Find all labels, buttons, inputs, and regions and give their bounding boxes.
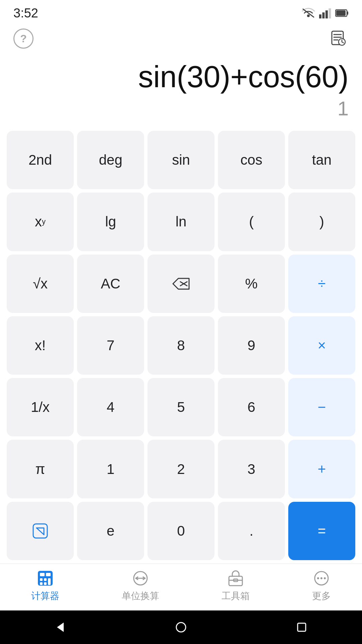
key-row-3: √x AC % ÷ (7, 255, 355, 313)
nav-unit-label: 单位换算 (122, 590, 159, 602)
svg-rect-6 (347, 11, 348, 15)
svg-point-37 (176, 623, 186, 632)
key-add[interactable]: + (288, 440, 355, 498)
key-cos[interactable]: cos (218, 131, 285, 189)
key-7[interactable]: 7 (77, 316, 144, 375)
calculator-icon (36, 569, 55, 588)
svg-rect-1 (319, 14, 321, 18)
key-ln[interactable]: ln (147, 193, 215, 251)
svg-marker-36 (57, 623, 64, 632)
wifi-icon (302, 8, 315, 18)
key-row-4: x! 7 8 9 × (7, 316, 355, 375)
nav-calculator[interactable]: 计算器 (24, 566, 66, 606)
key-2[interactable]: 2 (147, 440, 215, 498)
key-row-7: e 0 . = (7, 502, 355, 560)
nav-toolbox[interactable]: 工具箱 (215, 566, 256, 606)
nav-more[interactable]: 更多 (305, 566, 338, 606)
key-8[interactable]: 8 (147, 316, 215, 375)
svg-rect-7 (336, 10, 346, 16)
svg-rect-25 (44, 582, 47, 585)
svg-point-35 (324, 577, 326, 579)
key-tan[interactable]: tan (288, 131, 355, 189)
svg-rect-38 (298, 623, 306, 631)
key-percent[interactable]: % (218, 255, 285, 313)
key-sqrt[interactable]: √x (7, 255, 74, 313)
key-multiply[interactable]: × (288, 316, 355, 375)
android-home-button[interactable] (174, 620, 188, 635)
key-3[interactable]: 3 (218, 440, 285, 498)
key-9[interactable]: 9 (218, 316, 285, 375)
help-button[interactable]: ? (13, 29, 34, 49)
key-close-paren[interactable]: ) (288, 193, 355, 251)
svg-point-34 (320, 577, 322, 579)
history-button[interactable] (328, 29, 349, 49)
nav-toolbox-label: 工具箱 (222, 590, 250, 602)
key-4[interactable]: 4 (77, 378, 144, 436)
top-bar: ? (0, 23, 362, 54)
key-0[interactable]: 0 (147, 502, 215, 560)
key-factorial[interactable]: x! (7, 316, 74, 375)
display-area: sin(30)+cos(60) 1 (0, 54, 362, 127)
key-deg[interactable]: deg (77, 131, 144, 189)
svg-rect-3 (325, 10, 328, 18)
more-icon (312, 569, 331, 588)
svg-rect-23 (44, 578, 47, 581)
key-expand[interactable] (7, 502, 74, 560)
key-6[interactable]: 6 (218, 378, 285, 436)
result-display: 1 (338, 97, 349, 120)
key-reciprocal[interactable]: 1/x (7, 378, 74, 436)
key-row-5: 1/x 4 5 6 − (7, 378, 355, 436)
toolbox-icon (226, 569, 245, 588)
key-row-2: xy lg ln ( ) (7, 193, 355, 251)
key-2nd[interactable]: 2nd (7, 131, 74, 189)
key-e[interactable]: e (77, 502, 144, 560)
bottom-nav: 计算器 单位换算 工具箱 (0, 564, 362, 610)
android-back-button[interactable] (53, 620, 68, 635)
key-lg[interactable]: lg (77, 193, 144, 251)
svg-rect-4 (329, 8, 331, 18)
key-subtract[interactable]: − (288, 378, 355, 436)
nav-calculator-label: 计算器 (31, 590, 59, 602)
nav-more-label: 更多 (312, 590, 331, 602)
key-sin[interactable]: sin (147, 131, 215, 189)
svg-rect-21 (46, 573, 51, 576)
status-icons (302, 8, 349, 18)
svg-rect-26 (48, 578, 51, 585)
key-equals[interactable]: = (288, 502, 355, 560)
keypad: 2nd deg sin cos tan xy lg ln ( ) √x AC %… (0, 127, 362, 564)
svg-point-33 (317, 577, 319, 579)
svg-rect-24 (40, 582, 43, 585)
expression-display: sin(30)+cos(60) (138, 60, 349, 94)
key-row-1: 2nd deg sin cos tan (7, 131, 355, 189)
key-row-6: π 1 2 3 + (7, 440, 355, 498)
battery-icon (335, 8, 349, 18)
svg-rect-22 (40, 578, 43, 581)
svg-rect-2 (322, 12, 325, 18)
status-bar: 3:52 (0, 0, 362, 23)
key-divide[interactable]: ÷ (288, 255, 355, 313)
key-decimal[interactable]: . (218, 502, 285, 560)
key-backspace[interactable] (147, 255, 215, 313)
svg-rect-29 (229, 576, 242, 586)
nav-unit-convert[interactable]: 单位换算 (115, 566, 166, 606)
key-power[interactable]: xy (7, 193, 74, 251)
key-pi[interactable]: π (7, 440, 74, 498)
key-open-paren[interactable]: ( (218, 193, 285, 251)
android-nav-bar (0, 610, 362, 644)
unit-convert-icon (131, 569, 150, 588)
svg-rect-20 (40, 573, 45, 576)
key-1[interactable]: 1 (77, 440, 144, 498)
key-ac[interactable]: AC (77, 255, 144, 313)
android-recent-button[interactable] (294, 620, 309, 635)
svg-line-18 (37, 528, 44, 535)
signal-icon (319, 8, 331, 18)
key-5[interactable]: 5 (147, 378, 215, 436)
status-time: 3:52 (13, 6, 38, 20)
